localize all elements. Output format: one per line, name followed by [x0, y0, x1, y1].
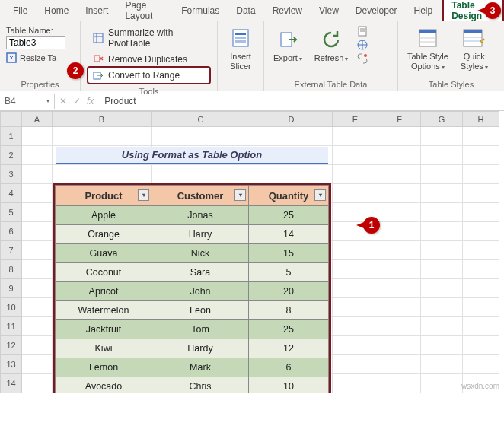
row-header[interactable]: 10 [1, 298, 22, 317]
col-header[interactable]: H [463, 112, 499, 127]
table-row[interactable]: ApricotJohn20 [56, 282, 329, 301]
row-header[interactable]: 4 [1, 184, 22, 203]
header-customer[interactable]: Customer▾ [152, 186, 249, 206]
table-row[interactable]: JackfruitTom25 [56, 320, 329, 339]
slicer-icon [228, 26, 253, 50]
convert-range-label: Convert to Range [108, 70, 180, 81]
style-options-icon [416, 26, 440, 50]
chevron-down-icon: ▾ [442, 64, 445, 71]
select-all-corner[interactable] [1, 112, 22, 127]
sheet-grid-area: A B C D E F G H 1 2 3 4 5 6 7 8 9 10 11 … [0, 111, 504, 393]
svg-rect-8 [235, 37, 246, 39]
group-table-styles: Table StyleOptions▾ QuickStyles▾ Table S… [398, 21, 504, 91]
group-tools: Summarize with PivotTable Remove Duplica… [81, 21, 218, 91]
properties-icon[interactable] [357, 26, 368, 37]
resize-icon [6, 52, 17, 63]
quick-styles-button[interactable]: QuickStyles▾ [455, 23, 494, 71]
svg-point-15 [364, 54, 367, 57]
row-header[interactable]: 5 [1, 203, 22, 222]
export-label: Export [273, 53, 298, 62]
header-product[interactable]: Product▾ [56, 186, 152, 206]
ribbon-tabs: File Home Insert Page Layout Formulas Da… [0, 0, 504, 21]
group-properties: Table Name: Resize Ta Properties 2 [0, 21, 81, 91]
row-header[interactable]: 14 [1, 374, 22, 393]
open-browser-icon[interactable] [357, 40, 368, 50]
filter-dropdown-icon[interactable]: ▾ [138, 189, 149, 201]
tab-help[interactable]: Help [406, 2, 442, 20]
remove-duplicates-button[interactable]: Remove Duplicates [88, 52, 209, 67]
table-row[interactable]: AppleJonas25 [56, 206, 329, 225]
row-header[interactable]: 9 [1, 279, 22, 298]
watermark: wsxdn.com [461, 382, 499, 390]
refresh-icon [319, 27, 343, 52]
header-quantity[interactable]: Quantity▾ [249, 186, 329, 206]
col-header[interactable]: D [250, 112, 333, 127]
summarize-pivot-label: Summarize with PivotTable [108, 27, 205, 49]
slicer-label-2: Slicer [230, 62, 251, 71]
insert-slicer-button[interactable]: InsertSlicer [221, 23, 260, 71]
tab-insert[interactable]: Insert [77, 2, 116, 20]
row-header[interactable]: 8 [1, 260, 22, 279]
table-row[interactable]: KiwiHardy12 [56, 339, 329, 358]
quick-styles-icon [462, 26, 486, 50]
resize-table-button[interactable]: Resize Ta [6, 52, 74, 63]
remove-duplicates-label: Remove Duplicates [108, 54, 187, 65]
check-icon: ✓ [73, 96, 81, 106]
name-box[interactable]: B4 ▾ [0, 94, 55, 109]
refresh-button[interactable]: Refresh▾ [308, 23, 355, 64]
convert-to-range-button[interactable]: Convert to Range [88, 68, 209, 83]
table-style-options-button[interactable]: Table StyleOptions▾ [401, 23, 455, 71]
row-header[interactable]: 13 [1, 355, 22, 374]
svg-rect-7 [235, 33, 246, 35]
summarize-pivot-button[interactable]: Summarize with PivotTable [88, 25, 209, 51]
group-label-tools: Tools [84, 85, 214, 97]
quick-label-1: Quick [464, 52, 485, 61]
table-row[interactable]: AvocadoChris10 [56, 377, 329, 394]
ribbon-body: Table Name: Resize Ta Properties 2 Summa… [0, 21, 504, 91]
tab-view[interactable]: View [311, 2, 347, 20]
chevron-down-icon: ▾ [485, 64, 488, 71]
table-name-label: Table Name: [6, 26, 74, 35]
col-header[interactable]: B [53, 112, 152, 127]
unlink-icon[interactable] [357, 53, 368, 64]
table-row[interactable]: GuavaNick15 [56, 244, 329, 263]
table-row[interactable]: OrangeHarry14 [56, 225, 329, 244]
tab-formulas[interactable]: Formulas [173, 2, 228, 20]
quick-label-2: Styles [461, 62, 483, 71]
row-header[interactable]: 7 [1, 241, 22, 260]
chevron-down-icon: ▾ [299, 56, 302, 62]
row-header[interactable]: 3 [1, 165, 22, 184]
tab-file[interactable]: File [5, 2, 36, 20]
styleopt-label-2: Options [411, 62, 440, 71]
tab-home[interactable]: Home [36, 2, 77, 20]
tab-data[interactable]: Data [228, 2, 263, 20]
col-header[interactable]: A [22, 112, 53, 127]
filter-dropdown-icon[interactable]: ▾ [314, 189, 326, 201]
row-header[interactable]: 2 [1, 146, 22, 165]
table-header-row: Product▾ Customer▾ Quantity▾ [56, 186, 329, 206]
title-cell: Using Format as Table Option [56, 147, 328, 164]
row-header[interactable]: 1 [1, 127, 22, 146]
group-label-external: External Table Data [267, 78, 394, 91]
col-header[interactable]: F [378, 112, 421, 127]
table-row[interactable]: LemonMark6 [56, 358, 329, 377]
tab-developer[interactable]: Developer [347, 2, 406, 20]
row-header[interactable]: 12 [1, 336, 22, 355]
col-header[interactable]: G [421, 112, 463, 127]
svg-rect-21 [464, 30, 482, 33]
table-row[interactable]: WatermelonLeon8 [56, 301, 329, 320]
row-header[interactable]: 11 [1, 317, 22, 336]
export-button[interactable]: Export▾ [267, 23, 308, 64]
filter-dropdown-icon[interactable]: ▾ [234, 189, 246, 201]
row-header[interactable]: 6 [1, 222, 22, 241]
col-header[interactable]: E [333, 112, 378, 127]
col-header[interactable]: C [152, 112, 250, 127]
table-name-input[interactable] [6, 36, 65, 49]
slicer-label-1: Insert [230, 52, 251, 61]
convert-range-icon [93, 70, 104, 81]
callout-1: 1 [363, 217, 380, 234]
group-slicer: InsertSlicer [218, 21, 264, 91]
tab-review[interactable]: Review [264, 2, 311, 20]
table-row[interactable]: CoconutSara5 [56, 263, 329, 282]
group-external: Export▾ Refresh▾ External Table Data [264, 21, 398, 91]
